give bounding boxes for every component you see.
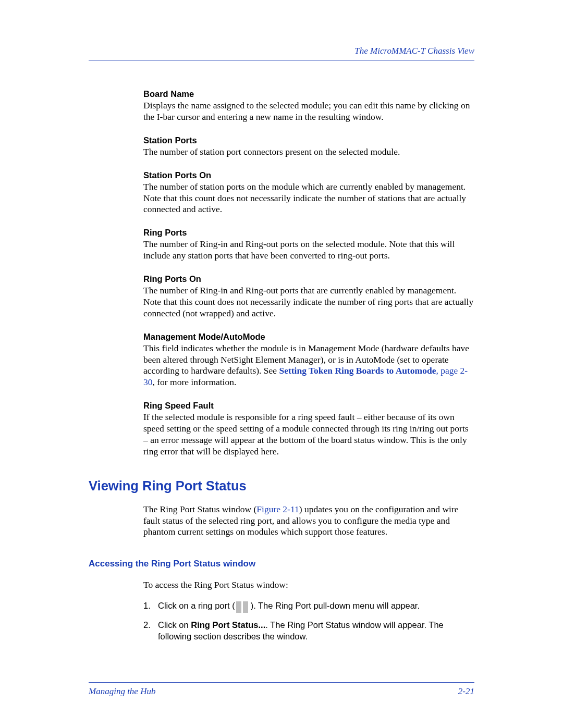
cross-ref-link[interactable]: Setting Token Ring Boards to Automode	[279, 365, 436, 376]
step-text: Click on a ring port (). The Ring Port p…	[158, 600, 474, 612]
step-2: 2. Click on Ring Port Status.... The Rin…	[143, 619, 474, 643]
footer-left: Managing the Hub	[89, 686, 155, 697]
footer-page-number: 2-21	[458, 686, 474, 697]
def-station-ports-on: Station Ports On The number of station p…	[143, 170, 474, 216]
term-body: The number of Ring-in and Ring-out ports…	[143, 285, 474, 319]
term-body: The number of Ring-in and Ring-out ports…	[143, 239, 474, 262]
step-pre: Click on a ring port (	[158, 601, 235, 610]
step-bold: Ring Port Status...	[191, 620, 265, 630]
def-station-ports: Station Ports The number of station port…	[143, 135, 474, 158]
term-body: The number of station ports on the modul…	[143, 181, 474, 216]
figure-ref-link[interactable]: Figure 2-11	[256, 504, 299, 514]
def-ring-ports-on: Ring Ports On The number of Ring-in and …	[143, 274, 474, 319]
intro-pre: The Ring Port Status window (	[143, 504, 256, 514]
term-body: Displays the name assigned to the select…	[143, 100, 474, 123]
term-label: Ring Ports	[143, 228, 474, 238]
page-footer: Managing the Hub 2-21	[89, 682, 474, 697]
def-ring-speed-fault: Ring Speed Fault If the selected module …	[143, 401, 474, 458]
term-body: The number of station port connectors pr…	[143, 146, 474, 158]
term-label: Board Name	[143, 89, 474, 99]
ring-port-icon	[236, 600, 250, 613]
def-management-mode: Management Mode/AutoMode This field indi…	[143, 332, 474, 389]
section-intro: The Ring Port Status window (Figure 2-11…	[143, 504, 474, 538]
step-pre: Click on	[158, 620, 191, 630]
step-number: 2.	[143, 619, 158, 631]
header-title: The MicroMMAC-T Chassis View	[354, 46, 474, 56]
term-body: If the selected module is responsible fo…	[143, 412, 474, 458]
definitions-block: Board Name Displays the name assigned to…	[143, 89, 474, 458]
term-label: Station Ports	[143, 135, 474, 145]
step-number: 1.	[143, 600, 158, 611]
term-label: Management Mode/AutoMode	[143, 332, 474, 342]
access-instruction: To access the Ring Port Status window:	[143, 579, 474, 590]
term-label: Station Ports On	[143, 170, 474, 180]
def-board-name: Board Name Displays the name assigned to…	[143, 89, 474, 123]
subsection-heading: Accessing the Ring Port Status window	[89, 559, 474, 569]
step-post: ). The Ring Port pull-down menu will app…	[251, 601, 420, 610]
term-body: This field indicates whether the module …	[143, 343, 474, 389]
def-ring-ports: Ring Ports The number of Ring-in and Rin…	[143, 228, 474, 262]
term-label: Ring Speed Fault	[143, 401, 474, 411]
page-header: The MicroMMAC-T Chassis View	[89, 46, 474, 60]
step-1: 1. Click on a ring port (). The Ring Por…	[143, 600, 474, 612]
body-post: , for more information.	[153, 377, 237, 387]
term-label: Ring Ports On	[143, 274, 474, 284]
section-heading: Viewing Ring Port Status	[89, 478, 474, 493]
step-text: Click on Ring Port Status.... The Ring P…	[158, 619, 474, 643]
